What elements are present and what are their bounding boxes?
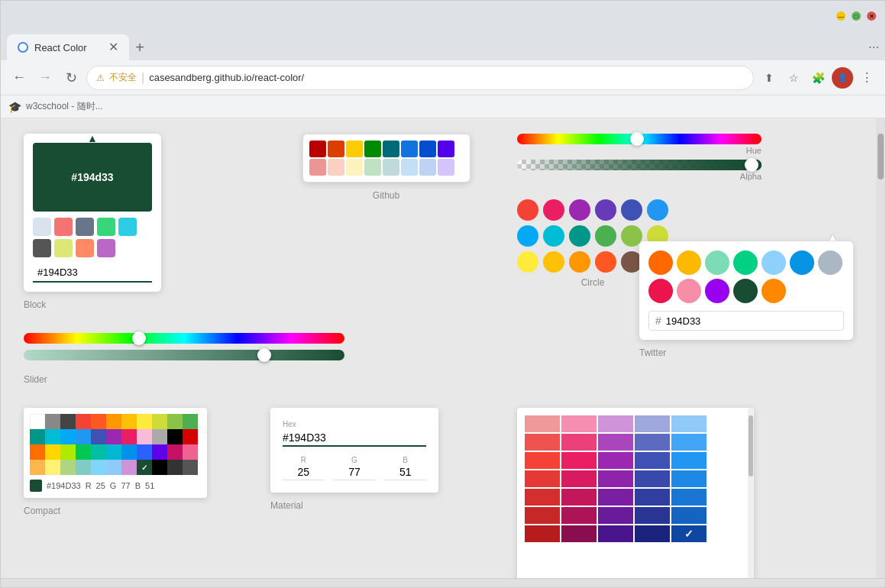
block-swatch[interactable] (76, 218, 94, 236)
minimize-btn[interactable]: — (836, 11, 846, 21)
hue-color-slider[interactable] (24, 333, 344, 344)
swatch-cell[interactable] (598, 434, 633, 451)
compact-swatch[interactable] (60, 460, 76, 475)
swatch-cell[interactable] (671, 489, 707, 506)
compact-swatch[interactable] (91, 429, 106, 444)
swatch-cell[interactable] (561, 415, 597, 432)
circle-swatch[interactable] (569, 225, 590, 247)
compact-swatch[interactable] (106, 429, 121, 444)
block-swatch[interactable] (54, 218, 73, 236)
swatch-cell[interactable] (635, 470, 670, 487)
circle-swatch[interactable] (543, 251, 564, 273)
back-btn[interactable]: ← (8, 67, 30, 89)
compact-swatch[interactable] (183, 429, 198, 444)
circle-swatch[interactable] (569, 199, 590, 221)
compact-swatch[interactable] (152, 429, 167, 444)
maximize-btn[interactable]: □ (852, 11, 861, 21)
twitter-swatch[interactable] (733, 279, 758, 303)
swatch-cell[interactable] (525, 415, 560, 432)
block-swatch[interactable] (97, 239, 115, 257)
compact-swatch[interactable] (76, 429, 91, 444)
compact-swatch[interactable] (106, 444, 121, 460)
compact-swatch[interactable] (183, 414, 198, 429)
compact-swatch-active[interactable]: ✓ (137, 460, 152, 475)
circle-swatch[interactable] (595, 251, 616, 273)
circle-swatch[interactable] (595, 199, 616, 221)
profile-btn[interactable]: 👤 (832, 67, 853, 89)
github-swatch[interactable] (346, 141, 363, 157)
compact-swatch[interactable] (121, 429, 137, 444)
compact-swatch[interactable] (91, 414, 106, 429)
twitter-swatch[interactable] (762, 279, 786, 303)
compact-swatch[interactable] (76, 414, 91, 429)
compact-swatch[interactable] (30, 414, 45, 429)
swatch-cell[interactable] (671, 415, 707, 432)
swatch-cell[interactable] (635, 452, 670, 469)
github-swatch[interactable] (364, 141, 381, 157)
hue-slider[interactable] (517, 134, 762, 144)
compact-swatch[interactable] (152, 460, 167, 475)
compact-swatch[interactable] (167, 414, 183, 429)
compact-swatch[interactable] (137, 414, 152, 429)
twitter-swatch[interactable] (705, 250, 729, 275)
forward-btn[interactable]: → (34, 67, 56, 89)
github-swatch[interactable] (438, 141, 454, 157)
circle-swatch[interactable] (517, 199, 538, 221)
block-swatch[interactable] (76, 239, 94, 257)
swatch-cell[interactable] (525, 434, 560, 451)
compact-swatch[interactable] (91, 460, 106, 475)
compact-swatch[interactable] (76, 444, 91, 460)
twitter-input[interactable] (666, 315, 742, 327)
compact-swatch[interactable] (137, 429, 152, 444)
swatch-cell[interactable] (598, 525, 633, 542)
bottom-scrollbar[interactable] (1, 578, 885, 587)
circle-swatch[interactable] (543, 225, 564, 247)
swatch-cell[interactable] (635, 434, 670, 451)
swatch-cell[interactable] (525, 507, 560, 524)
compact-swatch[interactable] (60, 429, 76, 444)
compact-swatch[interactable] (30, 429, 45, 444)
github-swatch[interactable] (328, 141, 344, 157)
compact-swatch[interactable] (183, 460, 198, 475)
compact-swatch[interactable] (167, 444, 183, 460)
alpha-thumb[interactable] (745, 158, 758, 172)
compact-swatch[interactable] (106, 460, 121, 475)
github-swatch[interactable] (346, 159, 363, 176)
swatch-cell[interactable] (561, 470, 597, 487)
compact-swatch[interactable] (60, 414, 76, 429)
compact-swatch[interactable] (45, 429, 60, 444)
swatch-cell[interactable] (598, 507, 633, 524)
compact-swatch[interactable] (121, 444, 137, 460)
swatch-cell[interactable] (671, 434, 707, 451)
github-swatch[interactable] (419, 141, 436, 157)
twitter-swatch[interactable] (648, 279, 673, 303)
twitter-swatch[interactable] (818, 250, 842, 275)
close-btn[interactable]: ✕ (867, 11, 876, 21)
hue-slider-thumb[interactable] (132, 331, 146, 345)
block-swatch[interactable] (33, 218, 51, 236)
hue-thumb[interactable] (630, 132, 644, 146)
compact-swatch[interactable] (183, 444, 198, 460)
compact-swatch[interactable] (167, 460, 183, 475)
share-btn[interactable]: ⬆ (758, 67, 780, 89)
alpha-slider-container[interactable] (517, 160, 762, 170)
compact-swatch[interactable] (45, 444, 60, 460)
swatch-cell[interactable] (561, 525, 597, 542)
compact-swatch[interactable] (106, 414, 121, 429)
block-swatch[interactable] (97, 218, 115, 236)
swatch-cell[interactable] (671, 452, 707, 469)
circle-swatch[interactable] (621, 199, 642, 221)
swatch-cell[interactable] (561, 452, 597, 469)
extensions-btn[interactable]: 🧩 (807, 67, 829, 89)
circle-swatch[interactable] (543, 199, 564, 221)
compact-swatch[interactable] (121, 414, 137, 429)
active-tab[interactable]: React Color ✕ (7, 34, 129, 60)
tab-close-btn[interactable]: ✕ (108, 41, 118, 53)
twitter-swatch[interactable] (648, 250, 673, 275)
block-swatch[interactable] (54, 239, 73, 257)
swatch-cell[interactable] (635, 507, 670, 524)
swatch-cell[interactable] (525, 470, 560, 487)
circle-swatch[interactable] (517, 225, 538, 247)
swatch-cell[interactable] (561, 507, 597, 524)
swatch-cell[interactable] (598, 415, 633, 432)
